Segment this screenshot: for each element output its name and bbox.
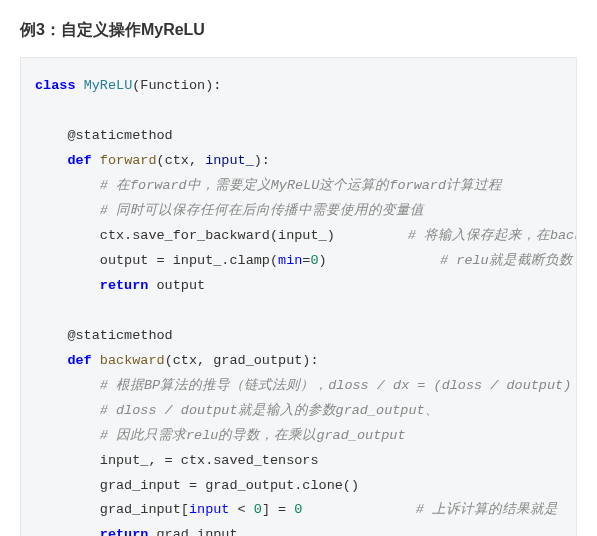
number: 0 (294, 502, 302, 517)
comment: # relu就是截断负数 (440, 253, 573, 268)
comment: # dloss / doutput就是输入的参数grad_output、 (100, 403, 439, 418)
base-class: Function (140, 78, 205, 93)
comment: # 上诉计算的结果就是 (416, 502, 558, 517)
comment: # 将输入保存起来，在back (408, 228, 577, 243)
number: 0 (254, 502, 262, 517)
builtin-input: input (189, 502, 230, 517)
text: output (148, 278, 205, 293)
comment: # 根据BP算法的推导（链式法则），dloss / dx = (dloss / … (100, 378, 571, 393)
comment: # 因此只需求relu的导数，在乘以grad_output (100, 428, 406, 443)
function-name: forward (100, 153, 157, 168)
keyword-return: return (100, 527, 149, 536)
comment: # 同时可以保存任何在后向传播中需要使用的变量值 (100, 203, 424, 218)
code-block: class MyReLU(Function): @staticmethod de… (20, 57, 577, 536)
keyword-return: return (100, 278, 149, 293)
number: 0 (310, 253, 318, 268)
text: ): (205, 78, 221, 93)
code-line: input_, = ctx.saved_tensors (100, 453, 319, 468)
keyword-class: class (35, 78, 76, 93)
code-text: grad_input[ (100, 502, 189, 517)
code-text: output = input_.clamp( (100, 253, 278, 268)
keyword-def: def (67, 153, 91, 168)
function-name: backward (100, 353, 165, 368)
decorator: @staticmethod (67, 128, 172, 143)
param: input_ (205, 153, 254, 168)
code-line: grad_input = grad_output.clone() (100, 478, 359, 493)
text: (ctx, grad_output): (165, 353, 319, 368)
class-name: MyReLU (84, 78, 133, 93)
text: ): (254, 153, 270, 168)
section-heading: 例3：自定义操作MyReLU (20, 20, 577, 41)
keyword-def: def (67, 353, 91, 368)
code-line: ctx.save_for_backward(input_) (100, 228, 335, 243)
text: (ctx, (157, 153, 206, 168)
builtin-min: min (278, 253, 302, 268)
decorator: @staticmethod (67, 328, 172, 343)
text: < (229, 502, 253, 517)
text: ] = (262, 502, 294, 517)
text: grad_input (148, 527, 237, 536)
comment: # 在forward中，需要定义MyReLU这个运算的forward计算过程 (100, 178, 502, 193)
text: ) (319, 253, 327, 268)
